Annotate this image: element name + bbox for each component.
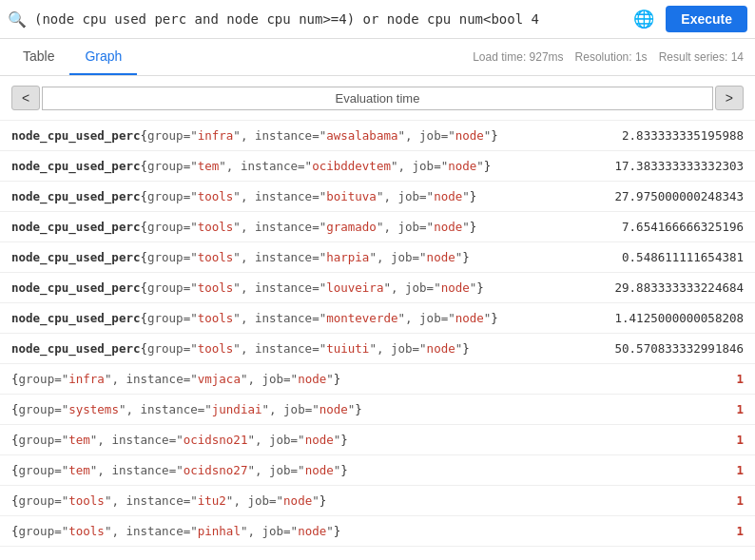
tab-meta: Load time: 927ms Resolution: 1s Result s…: [473, 50, 747, 64]
table-row: node_cpu_used_perc{group="tools", instan…: [0, 212, 755, 242]
metric-value: 1: [565, 455, 755, 486]
metric-value: 50.570833332991846: [565, 334, 755, 364]
table-row: {group="infra", instance="vmjaca", job="…: [0, 364, 755, 395]
metric-name: node_cpu_used_perc: [11, 220, 140, 234]
metric-cell: node_cpu_used_perc{group="tem", instance…: [0, 151, 565, 182]
table-row: node_cpu_used_perc{group="tem", instance…: [0, 151, 755, 182]
metric-value: 17.383333333332303: [565, 151, 755, 182]
metric-cell: node_cpu_used_perc{group="tools", instan…: [0, 242, 565, 273]
metric-cell: node_cpu_used_perc{group="tools", instan…: [0, 212, 565, 242]
search-bar: 🔍 🌐 Execute: [0, 0, 755, 39]
prev-button[interactable]: <: [11, 86, 40, 110]
metric-cell: {group="tools", instance="itu2", job="no…: [0, 486, 565, 516]
resolution: Resolution: 1s: [575, 50, 648, 64]
metric-value: 1.4125000000058208: [565, 303, 755, 334]
tab-graph[interactable]: Graph: [69, 39, 137, 75]
table-row: {group="tem", instance="ocidsno27", job=…: [0, 455, 755, 486]
metric-cell: {group="tools", instance="pinhal", job="…: [0, 516, 565, 547]
metric-cell: node_cpu_used_perc{group="tools", instan…: [0, 303, 565, 334]
metric-cell: {group="tem", instance="ocidsno21", job=…: [0, 425, 565, 455]
metric-name: node_cpu_used_perc: [11, 250, 140, 264]
metric-cell: node_cpu_used_perc{group="tools", instan…: [0, 182, 565, 212]
metric-value: 1: [565, 425, 755, 455]
metric-name: node_cpu_used_perc: [11, 341, 140, 356]
metric-value: 7.654166666325196: [565, 212, 755, 242]
table-row: {group="systems", instance="jundiai", jo…: [0, 395, 755, 425]
table-row: node_cpu_used_perc{group="tools", instan…: [0, 334, 755, 364]
metric-name: node_cpu_used_perc: [11, 159, 140, 173]
metric-value: 1: [565, 395, 755, 425]
table-row: {group="tem", instance="ocidsno21", job=…: [0, 425, 755, 455]
table-row: node_cpu_used_perc{group="tools", instan…: [0, 242, 755, 273]
metric-value: 2.833333335195988: [565, 121, 755, 151]
eval-row: < Evaluation time >: [0, 76, 755, 121]
metric-value: 1: [565, 516, 755, 547]
result-series: Result series: 14: [659, 50, 744, 64]
metric-name: node_cpu_used_perc: [11, 280, 140, 295]
metric-value: 29.883333333224684: [565, 273, 755, 303]
metric-value: 1: [565, 364, 755, 395]
metric-cell: node_cpu_used_perc{group="tools", instan…: [0, 273, 565, 303]
table-row: node_cpu_used_perc{group="infra", instan…: [0, 121, 755, 151]
tabs-left: Table Graph: [8, 39, 137, 75]
metric-name: node_cpu_used_perc: [11, 128, 140, 143]
metric-name: node_cpu_used_perc: [11, 311, 140, 325]
table-row: node_cpu_used_perc{group="tools", instan…: [0, 182, 755, 212]
search-input[interactable]: [34, 11, 622, 27]
table-row: {group="tools", instance="itu2", job="no…: [0, 486, 755, 516]
metric-cell: {group="systems", instance="jundiai", jo…: [0, 395, 565, 425]
table-row: node_cpu_used_perc{group="tools", instan…: [0, 273, 755, 303]
globe-button[interactable]: 🌐: [629, 7, 658, 31]
metric-cell: node_cpu_used_perc{group="tools", instan…: [0, 334, 565, 364]
tabs-bar: Table Graph Load time: 927ms Resolution:…: [0, 39, 755, 76]
metric-name: node_cpu_used_perc: [11, 189, 140, 203]
metric-value: 1: [565, 486, 755, 516]
search-icon: 🔍: [8, 10, 27, 29]
data-table: node_cpu_used_perc{group="infra", instan…: [0, 121, 755, 547]
eval-time-box: Evaluation time: [42, 87, 713, 110]
metric-cell: {group="infra", instance="vmjaca", job="…: [0, 364, 565, 395]
load-time: Load time: 927ms: [473, 50, 563, 64]
metric-value: 0.548611111654381: [565, 242, 755, 273]
execute-button[interactable]: Execute: [666, 6, 747, 32]
metric-cell: node_cpu_used_perc{group="infra", instan…: [0, 121, 565, 151]
table-row: {group="tools", instance="pinhal", job="…: [0, 516, 755, 547]
tab-table[interactable]: Table: [8, 39, 69, 75]
next-button[interactable]: >: [715, 86, 744, 110]
metric-value: 27.975000000248343: [565, 182, 755, 212]
table-row: node_cpu_used_perc{group="tools", instan…: [0, 303, 755, 334]
metric-cell: {group="tem", instance="ocidsno27", job=…: [0, 455, 565, 486]
